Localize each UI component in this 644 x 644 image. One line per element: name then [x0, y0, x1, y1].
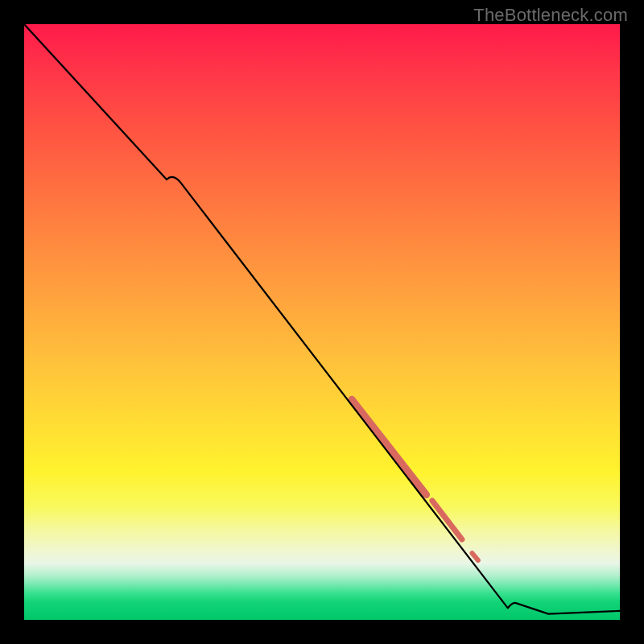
highlight-segment	[432, 501, 462, 539]
chart-svg	[24, 24, 620, 620]
chart-container: TheBottleneck.com	[0, 0, 644, 644]
watermark-text: TheBottleneck.com	[473, 5, 628, 26]
highlight-layer	[352, 399, 478, 560]
highlight-segment	[472, 553, 477, 560]
plot-area	[24, 24, 620, 620]
highlight-segment	[352, 399, 427, 494]
bottleneck-curve	[24, 24, 620, 614]
